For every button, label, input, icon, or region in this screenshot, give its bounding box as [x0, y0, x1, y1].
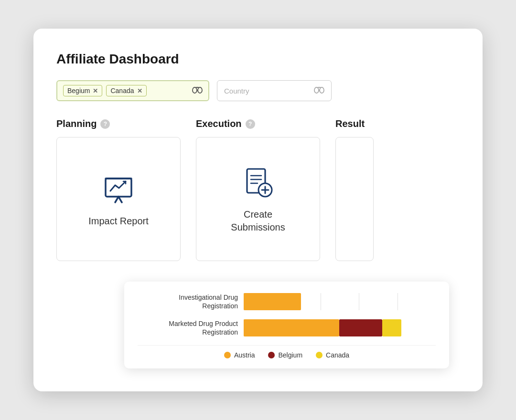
filter-box-left[interactable]: Begium ✕ Canada ✕: [56, 80, 209, 101]
bar-belgium-marketed: [339, 319, 382, 336]
legend-item-austria: Austria: [224, 351, 255, 359]
chart-overlay: Investigational DrugRegistration Markete…: [124, 282, 449, 368]
chart-bars-investigational: [244, 293, 436, 310]
grid-line: [398, 319, 436, 336]
legend-label-belgium: Belgium: [278, 351, 302, 359]
help-icon-execution[interactable]: ?: [246, 119, 255, 129]
chart-row-investigational: Investigational DrugRegistration: [138, 293, 436, 310]
section-planning: Planning ?: [56, 118, 181, 261]
filter-box-country[interactable]: Country: [217, 80, 332, 101]
section-header-results: Result: [335, 118, 460, 129]
filter-tag-canada: Canada ✕: [106, 85, 146, 96]
sections-row: Planning ?: [56, 118, 460, 261]
legend-label-austria: Austria: [234, 351, 255, 359]
chart-legend: Austria Belgium Canada: [138, 345, 436, 359]
section-execution: Execution ?: [196, 118, 320, 261]
bars-group-marketed: [244, 319, 401, 336]
section-header-execution: Execution ?: [196, 118, 320, 129]
filter-tag-label: Begium: [67, 87, 90, 94]
filter-tag-remove-canada[interactable]: ✕: [137, 87, 142, 94]
dashboard-container: Affiliate Dashboard Begium ✕ Canada ✕: [33, 29, 483, 391]
filter-tag-begium: Begium ✕: [63, 85, 102, 96]
create-submissions-icon: [241, 166, 275, 200]
legend-dot-canada: [316, 352, 322, 358]
filter-tag-label: Canada: [110, 87, 134, 94]
legend-dot-austria: [224, 352, 231, 358]
country-placeholder: Country: [224, 87, 310, 95]
bar-austria-marketed: [244, 319, 339, 336]
legend-label-canada: Canada: [326, 351, 349, 359]
card-impact-report[interactable]: Impact Report: [56, 137, 181, 261]
chart-row-marketed: Marketed Drug ProductRegistration: [138, 319, 436, 336]
svg-line-7: [115, 197, 118, 202]
grid-line: [398, 293, 436, 310]
filter-row: Begium ✕ Canada ✕ Country: [56, 80, 460, 101]
filter-tag-remove-begium[interactable]: ✕: [93, 87, 98, 94]
svg-point-0: [193, 87, 197, 93]
binoculars-icon-right[interactable]: [314, 86, 324, 95]
grid-line: [321, 293, 359, 310]
chart-area: Investigational DrugRegistration Markete…: [138, 293, 436, 336]
legend-item-canada: Canada: [316, 351, 349, 359]
binoculars-icon-left[interactable]: [192, 86, 203, 96]
card-label-impact-report: Impact Report: [88, 215, 149, 228]
bar-austria-investigational: [244, 293, 301, 310]
svg-point-1: [198, 87, 202, 93]
legend-dot-belgium: [268, 352, 275, 358]
chart-label-investigational: Investigational DrugRegistration: [138, 293, 238, 310]
card-label-create-submissions: CreateSubmissions: [231, 208, 285, 234]
svg-point-4: [320, 87, 324, 93]
section-results: Result: [335, 118, 460, 261]
help-icon-planning[interactable]: ?: [100, 119, 110, 129]
section-header-planning: Planning ?: [56, 118, 181, 129]
legend-item-belgium: Belgium: [268, 351, 302, 359]
grid-line: [359, 293, 397, 310]
svg-point-3: [314, 87, 319, 93]
impact-report-icon: [102, 173, 135, 206]
chart-label-marketed: Marketed Drug ProductRegistration: [138, 319, 238, 336]
bar-canada-marketed: [382, 319, 401, 336]
chart-bars-marketed: [244, 319, 436, 336]
card-create-submissions[interactable]: CreateSubmissions: [196, 137, 320, 261]
section-label-planning: Planning: [56, 118, 97, 129]
card-results: [335, 137, 374, 261]
page-title: Affiliate Dashboard: [56, 52, 460, 67]
section-label-results: Result: [335, 118, 365, 129]
section-label-execution: Execution: [196, 118, 242, 129]
svg-line-8: [118, 197, 122, 202]
